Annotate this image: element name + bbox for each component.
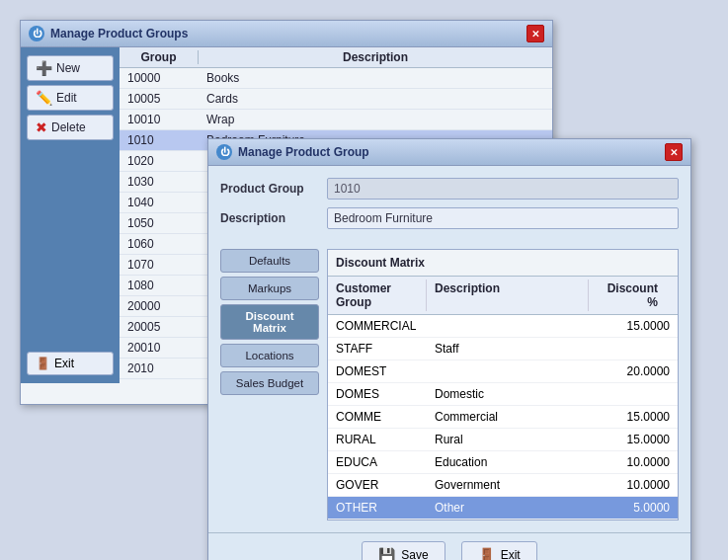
discount-matrix-title: Discount Matrix — [328, 250, 678, 277]
discount-table-row[interactable]: DOMEST 20.0000 — [328, 360, 678, 383]
ct-description — [427, 362, 589, 380]
product-group-label: Product Group — [220, 182, 319, 196]
dialog-main: DefaultsMarkupsDiscount MatrixLocationsS… — [208, 249, 690, 532]
tab-defaults[interactable]: Defaults — [220, 249, 319, 273]
ct-discount: 20.0000 — [589, 362, 678, 380]
ct-description: Commercial — [427, 408, 589, 426]
main-close-button[interactable]: ✕ — [526, 25, 544, 42]
ct-discount: 15.0000 — [589, 317, 678, 335]
ct-discount — [589, 385, 678, 403]
discount-table-header: Customer Group Description Discount % — [328, 277, 678, 315]
description-label: Description — [220, 211, 319, 225]
discount-table-row[interactable]: COMME Commercial 15.0000 — [328, 406, 678, 429]
ct-description: Domestic — [427, 385, 589, 403]
table-row[interactable]: 10010 Wrap — [120, 110, 552, 130]
discount-table-row[interactable]: EDUCA Education 10.0000 — [328, 451, 678, 474]
dialog-footer: 💾 Save 🚪 Exit — [208, 532, 690, 560]
discount-table-row[interactable]: STAFF Staff — [328, 338, 678, 360]
left-toolbar: ➕ New ✏️ Edit ✖ Delete 🚪 Exit — [21, 47, 120, 383]
main-window-title: Manage Product Groups — [50, 27, 188, 40]
ct-discount: 10.0000 — [589, 476, 678, 494]
save-icon: 💾 — [378, 547, 395, 560]
td-group: 20005 — [120, 319, 199, 335]
dialog-close-button[interactable]: ✕ — [665, 143, 683, 161]
ct-customer-group: RURAL — [328, 431, 427, 448]
description-row: Description — [220, 207, 679, 229]
ct-customer-group: EDUCA — [328, 453, 427, 471]
td-group: 1050 — [120, 215, 199, 231]
table-row[interactable]: 10005 Cards — [120, 89, 552, 110]
ct-customer-group: COMMERCIAL — [328, 317, 427, 335]
new-icon: ➕ — [36, 60, 52, 76]
td-group: 1070 — [120, 257, 199, 273]
td-group: 2020 — [120, 381, 199, 383]
tab-discount-matrix[interactable]: Discount Matrix — [220, 304, 319, 340]
td-group: 1030 — [120, 174, 199, 190]
new-button[interactable]: ➕ New — [27, 55, 114, 81]
dialog-exit-button[interactable]: 🚪 Exit — [461, 541, 537, 560]
ct-discount: 10.0000 — [589, 453, 678, 471]
ct-description: Rural — [427, 431, 589, 448]
delete-icon: ✖ — [36, 120, 47, 135]
td-group: 10000 — [120, 70, 199, 86]
table-row[interactable]: 10000 Books — [120, 68, 552, 89]
discount-table-body[interactable]: COMMERCIAL 15.0000 STAFF Staff DOMEST 20… — [328, 315, 678, 520]
ct-customer-group: COMME — [328, 408, 427, 426]
td-desc: Books — [199, 70, 552, 86]
save-button[interactable]: 💾 Save — [362, 541, 445, 560]
discount-table-row[interactable]: RURAL Rural 15.0000 — [328, 429, 678, 451]
edit-button[interactable]: ✏️ Edit — [27, 85, 114, 111]
edit-icon: ✏️ — [36, 90, 52, 106]
dialog-exit-icon: 🚪 — [478, 547, 495, 560]
td-group: 20000 — [120, 298, 199, 314]
dialog-window-icon: ⏻ — [216, 144, 232, 160]
dialog-body: Product Group Description — [208, 166, 690, 249]
col-description: Description — [199, 50, 552, 64]
ct-description: Other — [427, 499, 589, 517]
td-group: 1010 — [120, 132, 199, 148]
ct-customer-group: DOMEST — [328, 362, 427, 380]
tab-sales-budget[interactable]: Sales Budget — [220, 371, 319, 395]
ct-customer-group: OTHER — [328, 499, 427, 517]
description-input[interactable] — [327, 207, 679, 229]
exit-icon: 🚪 — [36, 357, 50, 370]
product-group-row: Product Group — [220, 178, 679, 200]
td-desc: Cards — [199, 91, 552, 107]
tab-markups[interactable]: Markups — [220, 277, 319, 300]
td-group: 20010 — [120, 340, 199, 356]
delete-button[interactable]: ✖ Delete — [27, 115, 114, 140]
ct-description: Government — [427, 476, 589, 494]
discount-col-customer-group: Customer Group — [328, 280, 427, 311]
ct-discount: 5.0000 — [589, 499, 678, 517]
content-panel: Discount Matrix Customer Group Descripti… — [327, 249, 679, 520]
ct-description — [427, 317, 589, 335]
discount-table-row[interactable]: OTHER Other 5.0000 — [328, 497, 678, 520]
ct-description: Staff — [427, 340, 589, 358]
discount-table-row[interactable]: COMMERCIAL 15.0000 — [328, 315, 678, 338]
td-group: 1060 — [120, 236, 199, 252]
ct-discount — [589, 340, 678, 358]
td-group: 1020 — [120, 153, 199, 169]
ct-customer-group: STAFF — [328, 340, 427, 358]
dialog-window: ⏻ Manage Product Group ✕ Product Group D… — [207, 138, 691, 560]
col-group: Group — [120, 50, 199, 64]
product-group-input[interactable] — [327, 178, 679, 200]
ct-discount: 15.0000 — [589, 431, 678, 448]
td-group: 1080 — [120, 278, 199, 293]
tab-buttons: DefaultsMarkupsDiscount MatrixLocationsS… — [220, 249, 319, 520]
table-header: Group Description — [120, 47, 552, 68]
ct-customer-group: DOMES — [328, 385, 427, 403]
ct-discount: 15.0000 — [589, 408, 678, 426]
tab-locations[interactable]: Locations — [220, 344, 319, 367]
td-group: 1040 — [120, 195, 199, 210]
main-title-bar: ⏻ Manage Product Groups ✕ — [21, 21, 552, 47]
dialog-window-title: Manage Product Group — [238, 145, 369, 159]
dialog-title-bar: ⏻ Manage Product Group ✕ — [208, 139, 690, 166]
discount-table-row[interactable]: DOMES Domestic — [328, 383, 678, 406]
exit-button[interactable]: 🚪 Exit — [27, 352, 114, 375]
td-group: 2010 — [120, 360, 199, 376]
ct-customer-group: GOVER — [328, 476, 427, 494]
td-desc: Wrap — [199, 112, 552, 127]
discount-col-discount: Discount % — [589, 280, 678, 311]
discount-table-row[interactable]: GOVER Government 10.0000 — [328, 474, 678, 497]
